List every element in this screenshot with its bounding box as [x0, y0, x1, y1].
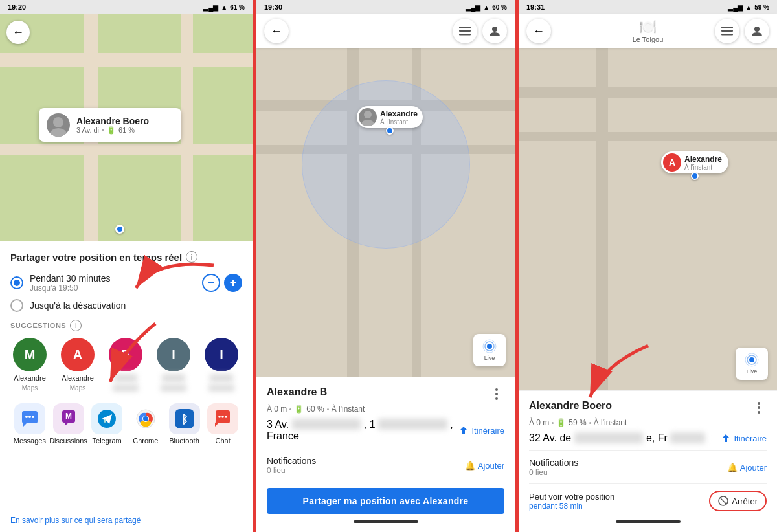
learn-more-text[interactable]: En savoir plus sur ce qui sera partagé: [10, 516, 141, 525]
back-button-2[interactable]: ←: [264, 19, 289, 43]
radio-controls-1: − +: [202, 274, 242, 292]
live-icon: [482, 339, 497, 353]
app-chrome[interactable]: Chrome: [126, 403, 165, 445]
suggestion-item-4[interactable]: I XXXXX XXXXXX: [154, 338, 193, 392]
suggestion-sub-3: XXXXXX: [113, 384, 139, 392]
person-distance-2: À 0 m: [267, 405, 287, 414]
map-topbar-3: ← 🍽️ Le Toigou: [519, 14, 777, 48]
app-chat[interactable]: Chat: [203, 403, 242, 445]
radio-label-sub-1: Jusqu'à 19:50: [30, 283, 111, 293]
status-time-2: 19:30: [264, 3, 282, 11]
itineraire-btn-3[interactable]: Itinéraire: [721, 433, 767, 443]
panel-2: 19:30 ▂▄▆ ▲ 60 % ←: [256, 0, 515, 532]
dot-sep: [102, 129, 104, 131]
svg-point-4: [32, 416, 34, 418]
plus-button[interactable]: +: [224, 274, 242, 292]
panel-1: 19:20 ▂▄▆ ▲ 61 % ← Alexandre Boero: [0, 0, 253, 532]
location-badge: 📍: [86, 364, 95, 371]
list-icon-btn-3[interactable]: [715, 19, 739, 43]
person-distance-3: À 0 m: [529, 418, 549, 427]
status-bar-2: 19:30 ▂▄▆ ▲ 60 %: [256, 0, 515, 14]
status-icons-3: ▂▄▆ ▲ 59 %: [728, 4, 769, 11]
pin-dot-3: [691, 172, 699, 180]
person-meta-3: À 0 m 🔋 59 % À l'instant: [529, 418, 767, 427]
tooltip-avatar-1: [47, 113, 70, 137]
person-icon-btn-3[interactable]: [745, 19, 769, 43]
app-bluetooth[interactable]: ᛒ Bluetooth: [165, 403, 204, 445]
person-name-3: Alexandre Boero: [529, 400, 612, 412]
radio-circle-1[interactable]: [10, 276, 23, 289]
suggestion-sub-2: Maps: [70, 384, 85, 392]
road-h2: [0, 144, 253, 155]
bottom-card-2: Alexandre B À 0 m 🔋 60 % À l'instant 3 A…: [256, 377, 515, 532]
svg-rect-19: [459, 30, 471, 32]
home-indicator-2: [267, 520, 504, 523]
address-row-3: 32 Av. de XXXXXXXXXX e, Fr XXXXX Itinéra…: [529, 432, 767, 444]
bell-icon-3: 🔔: [727, 463, 738, 472]
accuracy-circle-2: [302, 80, 470, 249]
notif-row-2: Notifications 0 lieu 🔔 Ajouter: [267, 449, 504, 482]
back-icon-3: ←: [533, 25, 545, 38]
svg-point-0: [53, 117, 63, 127]
list-icon-btn[interactable]: [453, 19, 477, 43]
share-pos-btn[interactable]: Partager ma position avec Alexandre: [267, 488, 504, 514]
person-meta-2: À 0 m 🔋 60 % À l'instant: [267, 405, 504, 414]
notif-label-2: Notifications: [267, 456, 316, 466]
suggestion-avatar-5: I: [205, 338, 238, 371]
home-bar-3: [616, 520, 681, 523]
battery-3: 59 %: [754, 4, 769, 11]
svg-point-30: [754, 27, 760, 32]
info-icon-1[interactable]: i: [186, 251, 197, 263]
tooltip-sub-1: 3 Av. di 🔋 61 %: [76, 126, 149, 135]
back-icon-1: ←: [12, 26, 24, 39]
suggestion-item-1[interactable]: M Alexandre Maps: [10, 338, 49, 392]
topbar-right-2: [453, 19, 507, 43]
suggestion-item-3[interactable]: E XXXXX XXXXXX: [106, 338, 145, 392]
radio-option-1[interactable]: Pendant 30 minutes Jusqu'à 19:50 − +: [10, 273, 242, 293]
suggestion-item-2[interactable]: A 📍 Alexandre Maps: [58, 338, 97, 392]
live-button-3[interactable]: Live: [736, 348, 768, 380]
app-telegram[interactable]: Telegram: [87, 403, 126, 445]
suggestion-name-5: XXXXX: [210, 374, 234, 382]
live-button-2[interactable]: Live: [473, 334, 506, 366]
tooltip-address: 3 Av. di: [76, 126, 99, 134]
status-bar-1: 19:20 ▂▄▆ ▲ 61 %: [0, 0, 253, 14]
suggestions-label: SUGGESTIONS: [10, 322, 66, 329]
suggestion-name-4: XXXXX: [162, 374, 186, 382]
three-dot-btn-3[interactable]: [751, 400, 767, 416]
app-discussions[interactable]: M Discussions: [49, 403, 88, 445]
svg-rect-20: [459, 34, 471, 36]
share-title: Partager votre position en temps réel i: [10, 251, 242, 263]
info-icon-2[interactable]: i: [70, 320, 82, 331]
suggestions-row: M Alexandre Maps A 📍 Alexandre Maps E XX…: [10, 338, 242, 392]
stop-btn[interactable]: Arrêter: [709, 491, 767, 511]
pin-bubble-2: Alexandre À l'instant: [357, 106, 423, 128]
app-messages[interactable]: Messages: [10, 403, 49, 445]
svg-rect-29: [721, 34, 733, 36]
three-dot-btn-2[interactable]: [489, 386, 504, 402]
suggestion-item-5[interactable]: I XXXXX XXXXXX: [202, 338, 241, 392]
share-title-text: Partager votre position en temps réel: [10, 252, 182, 263]
suggestion-name-3: XXXXX: [114, 374, 138, 382]
itineraire-btn-2[interactable]: Itinéraire: [458, 425, 504, 436]
radio-circle-2[interactable]: [10, 299, 23, 312]
notif-label-3: Notifications: [529, 458, 578, 468]
wifi-icon-2: ▲: [483, 4, 490, 11]
suggestion-avatar-3: E: [109, 338, 142, 371]
back-button-3[interactable]: ←: [526, 19, 551, 43]
minus-button[interactable]: −: [202, 274, 220, 292]
app-name-chrome: Chrome: [133, 437, 158, 445]
svg-line-35: [721, 498, 726, 504]
pin-name-3: Alexandre: [684, 155, 722, 164]
bottom-card-3: Alexandre Boero À 0 m 🔋 59 % À l'instant…: [519, 390, 777, 532]
person-icon-btn[interactable]: [482, 19, 507, 43]
ajouter-btn-3[interactable]: 🔔 Ajouter: [727, 463, 767, 472]
ajouter-btn-2[interactable]: 🔔 Ajouter: [465, 461, 504, 471]
radio-option-2[interactable]: Jusqu'à la désactivation: [10, 299, 242, 312]
list-icon-3: [721, 27, 733, 36]
back-button-1[interactable]: ←: [6, 21, 30, 44]
telegram-icon: [91, 403, 122, 434]
svg-rect-28: [721, 30, 733, 32]
live-label-2: Live: [484, 355, 495, 361]
user-tooltip-1: Alexandre Boero 3 Av. di 🔋 61 %: [39, 108, 181, 142]
